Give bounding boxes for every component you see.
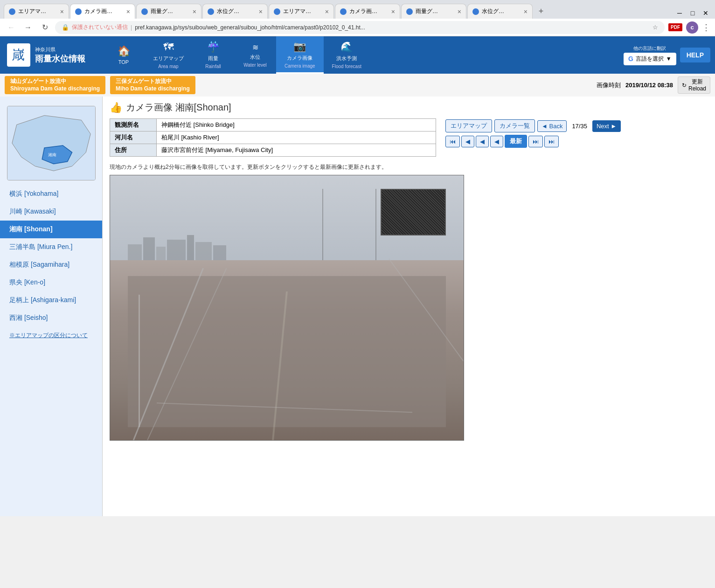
sidebar-item-kawasaki[interactable]: 川崎 [Kawasaki] <box>0 203 102 221</box>
sidebar-item-keno[interactable]: 県央 [Ken-o] <box>0 274 102 291</box>
tab-close-3[interactable]: × <box>193 8 196 15</box>
new-tab-button[interactable]: + <box>534 4 548 19</box>
last-page-button[interactable]: ⏭ <box>544 136 559 147</box>
forward-button[interactable]: → <box>21 21 35 34</box>
nav-flood[interactable]: 🌊 洪水予測 Flood forecast <box>324 36 370 74</box>
sidebar-item-shonan[interactable]: 湘南 [Shonan] <box>0 221 102 238</box>
security-icon: 🔒 <box>62 24 69 31</box>
corner-thumbnail <box>381 189 446 235</box>
help-button[interactable]: HELP <box>680 48 710 62</box>
minimize-button[interactable]: ─ <box>674 7 685 19</box>
table-row-river: 河川名 柏尾川 [Kashio River] <box>110 131 436 144</box>
alert-badge-miho[interactable]: 三保ダムゲート放流中 Miho Dam Gate discharging <box>110 76 195 94</box>
nav-rainfall[interactable]: ☔ 雨量 Rainfall <box>192 36 234 74</box>
translate-button[interactable]: G 言語を選択 ▼ <box>624 53 676 65</box>
area-map-button[interactable]: エリアマップ <box>445 119 492 132</box>
browser-tab-3[interactable]: 雨量グ… × <box>136 4 201 19</box>
svg-text:嵅: 嵅 <box>12 48 25 62</box>
address-label: 住所 <box>110 144 157 157</box>
prev-page-button[interactable]: ◀ <box>461 136 474 147</box>
dropdown-arrow-icon: ▼ <box>666 55 672 62</box>
url-bar[interactable]: 🔒 保護されていない通信 | pref.kanagawa.jp/sys/suib… <box>55 21 665 34</box>
tab-favicon-6 <box>340 8 347 15</box>
tab-favicon-4 <box>208 8 214 15</box>
user-avatar[interactable]: c <box>686 21 698 34</box>
sidebar-item-seisho[interactable]: 西湘 [Seisho] <box>0 309 102 327</box>
prev-slow-button[interactable]: ◀ <box>490 136 503 147</box>
rain-icon: ☔ <box>207 41 220 53</box>
tab-close-1[interactable]: × <box>60 8 64 15</box>
address-bar: ← → ↻ 🔒 保護されていない通信 | pref.kanagawa.jp/sy… <box>0 19 715 36</box>
header-right: 他の言語に翻訳 G 言語を選択 ▼ HELP <box>619 36 715 74</box>
sidebar-item-yokohama[interactable]: 横浜 [Yokohama] <box>0 185 102 203</box>
nav-flood-label-en: Flood forecast <box>332 64 361 69</box>
next-fast-button[interactable]: ⏭ <box>528 136 543 147</box>
prev-frame-button[interactable]: ◀ <box>476 136 489 147</box>
latest-button[interactable]: 最新 <box>505 135 527 148</box>
alert-badge-shiroyama[interactable]: 城山ダムゲート放流中 Shiroyama Dam Gate dischargin… <box>5 76 105 94</box>
tab-close-6[interactable]: × <box>391 8 395 15</box>
camera-title-text: カメラ画像 湘南[Shonan] <box>126 101 231 114</box>
camera-list-button[interactable]: カメラ一覧 <box>494 119 535 132</box>
refresh-button[interactable]: ↻ <box>38 21 51 34</box>
nav-water-level[interactable]: ≋ 水位 Water level <box>234 36 276 74</box>
protocol-label: 保護されていない通信 <box>72 23 128 31</box>
svg-text:湘南: 湘南 <box>48 152 56 157</box>
nav-camera[interactable]: 📷 カメラ画像 Camera image <box>276 36 324 74</box>
nav-rainfall-label-en: Rainfall <box>205 64 221 69</box>
nav-top[interactable]: 🏠 TOP <box>103 36 145 74</box>
tab-close-5[interactable]: × <box>325 8 329 15</box>
building-4 <box>167 240 186 263</box>
area-map-link[interactable]: ※エリアマップの区分について <box>0 327 102 344</box>
address-value: 藤沢市宮前付近 [Miyamae, Fujisawa City] <box>157 144 436 157</box>
map-svg: 湘南 <box>7 106 95 180</box>
back-button[interactable]: ← <box>5 21 18 34</box>
back-nav-button[interactable]: ◄ Back <box>537 120 567 132</box>
station-value: 神鋼橋付近 [Shinko Bridge] <box>157 119 436 131</box>
nav-top-label: TOP <box>118 59 129 65</box>
sidebar-item-sagamihara[interactable]: 相模原 [Sagamihara] <box>0 256 102 274</box>
tab-label-6: カメラ画… <box>349 7 389 15</box>
tab-close-7[interactable]: × <box>458 8 461 15</box>
flood-water <box>128 276 446 427</box>
translate-label: 他の言語に翻訳 <box>633 45 666 52</box>
nav-area-map-label-en: Area map <box>158 64 178 69</box>
table-row-station: 観測所名 神鋼橋付近 [Shinko Bridge] <box>110 119 436 131</box>
sidebar-item-ashigara[interactable]: 足柄上 [Ashigara-kami] <box>0 291 102 309</box>
main-container: 湘南 横浜 [Yokohama] 川崎 [Kawasaki] 湘南 [Shona… <box>0 97 715 516</box>
nav-water-label-en: Water level <box>243 62 267 68</box>
timestamp-value: 2019/10/12 08:38 <box>625 82 673 89</box>
pdf-extension-icon[interactable]: PDF <box>668 23 682 31</box>
browser-tab-2[interactable]: カメラ画… × <box>70 4 135 19</box>
kanagawa-logo-svg: 嵅 <box>10 46 28 64</box>
station-label: 観測所名 <box>110 119 157 131</box>
sidebar-item-miura[interactable]: 三浦半島 [Miura Pen.] <box>0 238 102 256</box>
page-indicator: 17/35 <box>569 121 590 131</box>
browser-tab-5[interactable]: エリアマ… × <box>269 4 334 19</box>
browser-tab-8[interactable]: 水位グ… × <box>467 4 533 19</box>
tab-label-7: 雨量グ… <box>416 7 455 15</box>
browser-tab-6[interactable]: カメラ画… × <box>335 4 400 19</box>
url-text: pref.kanagawa.jp/sys/suibou/web_general/… <box>135 24 650 31</box>
tab-close-2[interactable]: × <box>126 8 130 15</box>
site-logo: 嵅 神奈川県 雨量水位情報 <box>0 36 103 74</box>
close-button[interactable]: ✕ <box>700 7 711 19</box>
browser-tab-4[interactable]: 水位グ… × <box>202 4 268 19</box>
browser-tab-7[interactable]: 雨量グ… × <box>401 4 466 19</box>
maximize-button[interactable]: □ <box>687 7 698 19</box>
tab-close-8[interactable]: × <box>524 8 528 15</box>
nav-area-map[interactable]: 🗺 エリアマップ Area map <box>145 36 192 74</box>
next-nav-button[interactable]: Next ► <box>592 120 621 132</box>
translate-button-label: 言語を選択 <box>636 55 664 63</box>
reload-label: 更新 Reload <box>688 78 706 92</box>
menu-icon[interactable]: ⋮ <box>702 22 710 33</box>
river-label: 河川名 <box>110 131 157 144</box>
nav-rainfall-label-jp: 雨量 <box>208 55 218 62</box>
bookmark-icon[interactable]: ☆ <box>653 24 658 31</box>
tab-close-4[interactable]: × <box>259 8 263 15</box>
timestamp-label: 画像時刻 <box>597 81 621 90</box>
first-page-button[interactable]: ⏮ <box>445 136 460 147</box>
reload-button[interactable]: ↻ 更新 Reload <box>678 76 710 94</box>
browser-tab-1[interactable]: エリアマ… × <box>4 4 69 19</box>
building-2 <box>143 237 155 263</box>
